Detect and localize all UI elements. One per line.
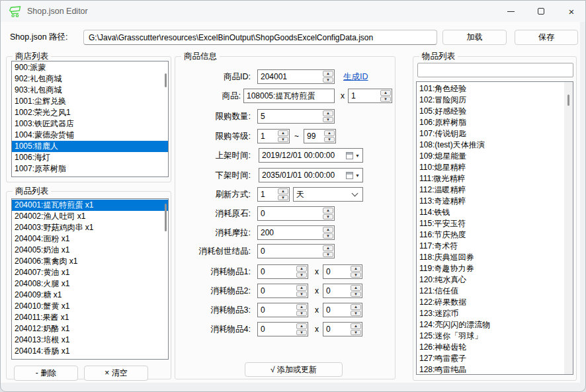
item-list-item[interactable]: 123:迷踪币 [417, 308, 573, 319]
spin-down-button[interactable]: ▼ [296, 272, 307, 278]
item-list-item[interactable]: 102:冒险阅历 [417, 95, 573, 106]
load-button[interactable]: 加载 [442, 30, 507, 45]
goods-list-item[interactable]: 204008:火腿 x1 [12, 278, 168, 290]
scrollbar-thumb[interactable] [165, 204, 167, 231]
goods-list-item[interactable]: 204002:渔人吐司 x1 [12, 211, 168, 222]
shop-list-item[interactable]: 1005:猎鹿人 [12, 141, 168, 152]
scrollbar-thumb[interactable] [165, 73, 167, 87]
shop-listbox[interactable]: 900:派蒙902:礼包商城903:礼包商城1001:尘辉兑换1002:荣光之风… [11, 61, 169, 177]
spin-up-button[interactable]: ▲ [278, 130, 288, 136]
spin-down-button[interactable]: ▼ [296, 311, 307, 317]
item-list-item[interactable]: 120:纯水真心 [417, 274, 573, 286]
item-list-item[interactable]: 106:原粹树脂 [417, 117, 573, 128]
limit-count-spinner[interactable]: 5 ▲▼ [257, 109, 335, 124]
shop-list-item[interactable]: 1007:原萃树脂 [12, 163, 168, 175]
spin-down-button[interactable]: ▼ [323, 252, 333, 258]
goods-list-item[interactable]: 204013:培根 x1 [12, 334, 168, 346]
goods-list-item[interactable]: 204004:面粉 x1 [12, 233, 168, 245]
shop-list-item[interactable]: 903:礼包商城 [12, 85, 168, 96]
level-min-spinner[interactable]: 1 ▲▼ [257, 129, 290, 143]
spin-down-button[interactable]: ▼ [351, 272, 361, 278]
refresh-spinner[interactable]: 1 ▲▼ [257, 187, 290, 202]
shop-list-item[interactable]: 1004:蒙德杂货铺 [12, 130, 168, 141]
cost-item4-id-spinner[interactable]: 0 ▲▼ [257, 322, 308, 336]
spin-down-button[interactable]: ▼ [323, 117, 333, 123]
spin-up-button[interactable]: ▲ [296, 304, 307, 310]
item-list-item[interactable]: 116:节庆热度 [417, 229, 573, 241]
spin-up-button[interactable]: ▲ [296, 266, 307, 272]
item-list-item[interactable]: 119:奇趣协力券 [417, 263, 573, 274]
add-or-update-button[interactable]: √ 添加或更新 [245, 362, 343, 377]
goods-count-spinner[interactable]: 1 ▲▼ [348, 89, 392, 103]
scrollbar-track[interactable] [564, 82, 573, 374]
item-search-input[interactable] [417, 63, 573, 77]
cost-crystal-spinner[interactable]: 0 ▲▼ [257, 244, 335, 258]
delete-button[interactable]: - 删除 [14, 366, 78, 381]
spin-up-button[interactable]: ▲ [351, 266, 361, 272]
cost-item2-id-spinner[interactable]: 0 ▲▼ [257, 284, 308, 298]
goods-list-item[interactable]: 204003:野菇鸡肉串 x1 [12, 222, 168, 233]
item-list-item[interactable]: 111:微光精粹 [417, 173, 573, 184]
spin-down-button[interactable]: ▼ [296, 330, 307, 336]
goods-list-item[interactable]: 204001:提瓦特煎蛋 x1 [12, 200, 168, 211]
item-list-item[interactable]: 109:熄星能量 [417, 151, 573, 162]
goods-list-item[interactable]: 204014:香肠 x1 [12, 346, 168, 357]
dropdown-arrow-icon[interactable]: ▼ [355, 173, 360, 178]
item-list-item[interactable]: 125:迷你「羽球」 [417, 331, 573, 342]
goods-list-item[interactable]: 204007:黄油 x1 [12, 267, 168, 278]
spin-up-button[interactable]: ▲ [380, 90, 391, 96]
shop-list-item[interactable]: 1006:海灯 [12, 152, 168, 163]
item-list-item[interactable]: 110:熄星精粹 [417, 162, 573, 173]
goods-list-item[interactable]: 204009:糖 x1 [12, 290, 168, 301]
item-list-item[interactable]: 121:信任值 [417, 286, 573, 297]
cost-item1-id-spinner[interactable]: 0 ▲▼ [257, 264, 308, 279]
path-input[interactable] [83, 30, 437, 45]
end-time-picker[interactable]: 2035/01/01 00:00:00 ▼ [259, 168, 363, 182]
goods-name-input[interactable] [243, 89, 335, 103]
spin-up-button[interactable]: ▲ [323, 245, 333, 251]
goods-id-spinner[interactable]: 204001 ▲▼ [257, 69, 335, 84]
spin-up-button[interactable]: ▲ [296, 323, 307, 329]
spin-up-button[interactable]: ▲ [324, 130, 335, 136]
item-list-item[interactable]: 101:角色经验 [417, 83, 573, 95]
begin-time-picker[interactable]: 2019/12/01 00:00:00 ▼ [259, 148, 363, 163]
spin-down-button[interactable]: ▼ [278, 195, 288, 201]
item-list-item[interactable]: 118:庆典巡回券 [417, 252, 573, 263]
item-listbox[interactable]: 101:角色经验102:冒险阅历105:好感经验106:原粹树脂107:传说钥匙… [416, 81, 573, 375]
cost-mora-spinner[interactable]: 200 ▲▼ [257, 225, 335, 240]
item-list-item[interactable]: 126:神秘齿轮 [417, 342, 573, 353]
item-list-item[interactable]: 113:奇迹精粹 [417, 196, 573, 207]
cost-primogem-spinner[interactable]: 0 ▲▼ [257, 206, 335, 221]
spin-down-button[interactable]: ▼ [278, 137, 288, 143]
spin-down-button[interactable]: ▼ [351, 330, 361, 336]
shop-list-item[interactable]: 1001:尘辉兑换 [12, 96, 168, 107]
spin-down-button[interactable]: ▼ [323, 77, 333, 83]
item-list-item[interactable]: 128:鸣雷纯晶 [417, 364, 573, 375]
spin-down-button[interactable]: ▼ [351, 311, 361, 317]
spin-down-button[interactable]: ▼ [323, 214, 333, 220]
shop-list-item[interactable]: 902:礼包商城 [12, 73, 168, 85]
minimize-button[interactable] [495, 1, 526, 22]
goods-listbox[interactable]: 204001:提瓦特煎蛋 x1204002:渔人吐司 x1204003:野菇鸡肉… [11, 198, 169, 360]
item-list-item[interactable]: 117:奇术符 [417, 241, 573, 252]
spin-up-button[interactable]: ▲ [351, 323, 361, 329]
spin-up-button[interactable]: ▲ [323, 227, 333, 233]
spin-down-button[interactable]: ▼ [296, 292, 307, 297]
item-list-item[interactable]: 108:(test)天体推演 [417, 139, 573, 151]
maximize-button[interactable] [526, 1, 556, 22]
item-list-item[interactable]: 114:铁钱 [417, 207, 573, 218]
spin-down-button[interactable]: ▼ [324, 137, 335, 143]
spin-up-button[interactable]: ▲ [278, 188, 288, 194]
clear-button[interactable]: × 清空 [84, 366, 148, 381]
item-list-item[interactable]: 122:碎果数据 [417, 297, 573, 308]
item-list-item[interactable]: 124:亮闪闪的漂流物 [417, 319, 573, 331]
level-max-spinner[interactable]: 99 ▲▼ [304, 129, 336, 143]
goods-list-item[interactable]: 204011:果酱 x1 [12, 312, 168, 323]
spin-up-button[interactable]: ▲ [351, 304, 361, 310]
item-list-item[interactable]: 107:传说钥匙 [417, 128, 573, 139]
goods-list-item[interactable]: 204005:奶油 x1 [12, 245, 168, 256]
spin-up-button[interactable]: ▲ [351, 285, 361, 291]
dropdown-arrow-icon[interactable]: ▼ [355, 153, 360, 158]
cost-item2-count-spinner[interactable]: 0 ▲▼ [323, 284, 362, 298]
refresh-unit-combobox[interactable]: 天 [293, 187, 363, 202]
